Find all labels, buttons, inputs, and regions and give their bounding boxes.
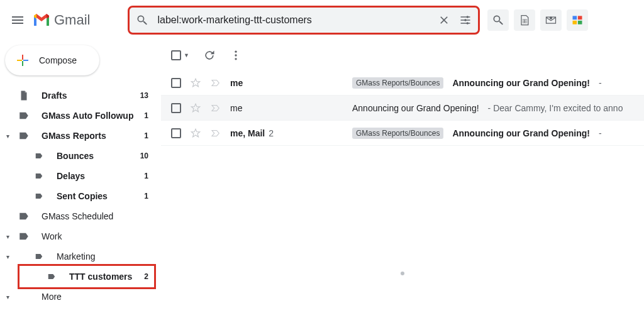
label-icon <box>18 129 30 142</box>
sidebar-item-ttt-customers[interactable]: TTT customers2 <box>0 267 161 287</box>
svg-rect-8 <box>22 55 23 60</box>
sidebar-item-gmass-scheduled[interactable]: GMass Scheduled <box>0 206 161 226</box>
sidebar: Compose Drafts13GMass Auto Followup1▾GMa… <box>0 40 161 330</box>
svg-rect-9 <box>22 61 23 66</box>
label-icon <box>45 270 58 283</box>
sidebar-item-count: 1 <box>144 192 153 201</box>
svg-point-14 <box>235 58 236 60</box>
sidebar-item-label: Marketing <box>57 251 148 261</box>
importance-icon[interactable] <box>210 102 221 114</box>
label-icon <box>33 150 45 162</box>
sidebar-item-count: 1 <box>144 111 153 120</box>
label-icon <box>33 250 45 263</box>
search-box[interactable] <box>128 6 480 35</box>
snippet: - Dear Cammy, I'm excited to anno <box>488 103 623 113</box>
svg-point-3 <box>550 17 552 19</box>
sidebar-item-gmass-auto-followup[interactable]: GMass Auto Followup1 <box>0 106 161 126</box>
svg-rect-4 <box>573 16 577 19</box>
svg-rect-6 <box>573 21 577 25</box>
svg-point-13 <box>235 54 236 56</box>
svg-rect-7 <box>578 21 582 25</box>
email-row[interactable]: meGMass Reports/BouncesAnnouncing our Gr… <box>161 70 644 96</box>
ext-reports-icon[interactable] <box>567 9 588 31</box>
loading-indicator <box>401 272 404 275</box>
email-row[interactable]: meAnnouncing our Grand Opening! - Dear C… <box>161 96 644 121</box>
label-icon <box>33 170 45 182</box>
sidebar-item-count: 1 <box>144 172 153 180</box>
search-icon <box>136 14 148 26</box>
row-checkbox[interactable] <box>171 78 181 88</box>
refresh-icon[interactable] <box>203 49 216 62</box>
sidebar-item-count: 2 <box>144 272 153 281</box>
gmail-logo[interactable]: Gmail <box>33 12 90 28</box>
svg-point-0 <box>467 16 469 18</box>
sidebar-item-label: Work <box>42 231 148 241</box>
expander-icon[interactable]: ▾ <box>0 294 15 300</box>
sender: me, Mail 2 <box>230 128 343 138</box>
main-pane: ▼ meGMass Reports/BouncesAnnouncing our … <box>161 40 644 330</box>
label-icon <box>18 89 30 102</box>
sidebar-item-label: Sent Copies <box>57 191 144 201</box>
search-options-icon[interactable] <box>459 14 472 26</box>
email-row[interactable]: me, Mail 2GMass Reports/BouncesAnnouncin… <box>161 121 644 146</box>
ext-sheet-icon[interactable] <box>514 9 535 31</box>
toolbar: ▼ <box>161 40 644 70</box>
subject: Announcing our Grand Opening! <box>452 128 590 138</box>
sidebar-item-count: 13 <box>140 91 153 100</box>
sidebar-item-sent-copies[interactable]: Sent Copies1 <box>0 186 161 206</box>
star-icon[interactable] <box>190 102 201 114</box>
ext-mail-icon[interactable] <box>540 9 562 31</box>
label-icon <box>33 190 45 202</box>
importance-icon[interactable] <box>210 128 221 139</box>
expander-icon[interactable]: ▾ <box>0 253 15 260</box>
label-icon <box>18 230 30 243</box>
sidebar-item-work[interactable]: ▾Work <box>0 226 161 246</box>
row-checkbox[interactable] <box>171 103 181 113</box>
sidebar-item-label: GMass Reports <box>42 131 144 141</box>
sidebar-item-label: TTT customers <box>69 272 144 282</box>
sidebar-item-bounces[interactable]: Bounces10 <box>0 146 161 166</box>
svg-point-12 <box>235 51 236 53</box>
label-chip[interactable]: GMass Reports/Bounces <box>352 128 443 139</box>
search-input[interactable] <box>156 14 438 26</box>
label-chip[interactable]: GMass Reports/Bounces <box>352 77 443 89</box>
sidebar-item-count: 10 <box>140 151 153 160</box>
sidebar-item-label: Drafts <box>42 91 140 101</box>
compose-button[interactable]: Compose <box>5 45 99 75</box>
svg-point-1 <box>465 19 467 21</box>
row-checkbox[interactable] <box>171 128 181 138</box>
sidebar-item-marketing[interactable]: ▾Marketing <box>0 246 161 267</box>
star-icon[interactable] <box>190 77 201 89</box>
sidebar-item-drafts[interactable]: Drafts13 <box>0 85 161 106</box>
sidebar-item-label: GMass Scheduled <box>42 211 148 221</box>
label-icon <box>18 109 30 122</box>
sidebar-item-more[interactable]: ▾More <box>0 287 161 307</box>
sidebar-item-gmass-reports[interactable]: ▾GMass Reports1 <box>0 126 161 146</box>
svg-point-2 <box>467 22 469 24</box>
subject: Announcing our Grand Opening! <box>352 103 479 113</box>
sidebar-item-label: GMass Auto Followup <box>42 111 144 121</box>
importance-icon[interactable] <box>210 77 221 89</box>
star-icon[interactable] <box>190 128 201 139</box>
label-icon <box>18 290 30 303</box>
svg-rect-10 <box>17 60 22 61</box>
sidebar-item-delays[interactable]: Delays1 <box>0 166 161 186</box>
svg-rect-5 <box>578 16 582 19</box>
snippet: - <box>599 128 602 138</box>
ext-search-icon[interactable] <box>487 9 509 31</box>
sender: me <box>230 78 343 88</box>
label-icon <box>18 210 30 223</box>
expander-icon[interactable]: ▾ <box>0 133 15 140</box>
sender: me <box>230 103 343 113</box>
product-name: Gmail <box>54 12 90 28</box>
select-all-checkbox[interactable]: ▼ <box>171 50 189 60</box>
svg-rect-11 <box>23 60 28 61</box>
clear-search-icon[interactable] <box>438 14 450 26</box>
more-icon[interactable] <box>230 49 242 62</box>
compose-label: Compose <box>39 55 77 65</box>
subject: Announcing our Grand Opening! <box>452 78 590 88</box>
sidebar-item-label: Delays <box>57 171 144 181</box>
main-menu-icon[interactable] <box>10 13 25 28</box>
sidebar-item-label: Bounces <box>57 151 140 161</box>
expander-icon[interactable]: ▾ <box>0 233 15 240</box>
